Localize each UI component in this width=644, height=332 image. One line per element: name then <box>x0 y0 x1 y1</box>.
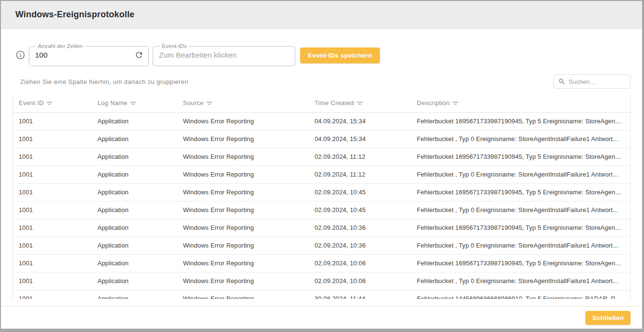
table-row[interactable]: 1001 Application Windows Error Reporting… <box>13 166 630 183</box>
cell-description: Fehlerbucket 1695671733987190945, Typ 5 … <box>411 112 630 130</box>
cell-source: Windows Error Reporting <box>177 219 309 237</box>
cell-log-name: Application <box>92 219 177 237</box>
cell-source: Windows Error Reporting <box>177 272 309 290</box>
cell-time-created: 04.09.2024, 15:34 <box>309 130 411 148</box>
cell-time-created: 02.09.2024, 11:12 <box>309 148 411 166</box>
cell-description: Fehlerbucket 1695671733987190945, Typ 5 … <box>411 183 630 201</box>
cell-event-id: 1001 <box>13 166 92 183</box>
table-row[interactable]: 1001 Application Windows Error Reporting… <box>13 290 630 299</box>
cell-log-name: Application <box>92 148 177 166</box>
table-row[interactable]: 1001 Application Windows Error Reporting… <box>13 254 630 272</box>
cell-description: Fehlerbucket , Typ 0 Ereignisname: Store… <box>411 237 630 254</box>
table-body: 1001 Application Windows Error Reporting… <box>13 112 630 299</box>
table-row[interactable]: 1001 Application Windows Error Reporting… <box>13 112 630 130</box>
table-row[interactable]: 1001 Application Windows Error Reporting… <box>13 219 630 237</box>
search-icon <box>558 78 566 85</box>
cell-time-created: 02.09.2024, 10:36 <box>309 219 411 237</box>
cell-event-id: 1001 <box>13 219 92 237</box>
table-header: Event ID Log Name Source Time Created De… <box>13 94 630 112</box>
filter-icon[interactable] <box>356 101 363 106</box>
cell-source: Windows Error Reporting <box>177 183 309 201</box>
table-row[interactable]: 1001 Application Windows Error Reporting… <box>13 272 630 290</box>
cell-log-name: Application <box>92 130 177 148</box>
grid-toolbar: Ziehen Sie eine Spalte hierhin, um danac… <box>12 74 631 89</box>
column-header-log-name[interactable]: Log Name <box>92 94 177 112</box>
table-row[interactable]: 1001 Application Windows Error Reporting… <box>13 130 630 148</box>
cell-source: Windows Error Reporting <box>177 166 309 183</box>
cell-source: Windows Error Reporting <box>177 290 309 299</box>
page-title: Windows-Ereignisprotokolle <box>15 10 134 20</box>
cell-event-id: 1001 <box>13 237 92 254</box>
cell-time-created: 02.09.2024, 10:36 <box>309 237 411 254</box>
cell-event-id: 1001 <box>13 183 92 201</box>
table-row[interactable]: 1001 Application Windows Error Reporting… <box>13 201 630 219</box>
row-count-input[interactable] <box>35 51 132 59</box>
event-log-table: Event ID Log Name Source Time Created De… <box>12 94 631 299</box>
search-input[interactable] <box>569 78 626 85</box>
cell-log-name: Application <box>92 201 177 219</box>
cell-time-created: 02.09.2024, 10:45 <box>309 183 411 201</box>
cell-source: Windows Error Reporting <box>177 254 309 272</box>
cell-event-id: 1001 <box>13 130 92 148</box>
cell-event-id: 1001 <box>13 201 92 219</box>
cell-time-created: 02.09.2024, 11:12 <box>309 166 411 183</box>
filter-icon[interactable] <box>46 101 53 106</box>
cell-time-created: 04.09.2024, 15:34 <box>309 112 411 130</box>
dialog-header: Windows-Ereignisprotokolle <box>1 1 642 29</box>
cell-time-created: 02.09.2024, 10:45 <box>309 201 411 219</box>
dialog-footer: Schließen <box>1 306 642 329</box>
column-header-description[interactable]: Description <box>411 94 630 112</box>
row-count-field: Anzahl der Zeilen <box>29 43 149 66</box>
cell-description: Fehlerbucket 1695671733987190945, Typ 5 … <box>411 254 630 272</box>
filter-icon[interactable] <box>130 101 136 106</box>
cell-source: Windows Error Reporting <box>177 148 309 166</box>
refresh-icon[interactable] <box>134 50 144 59</box>
table-row[interactable]: 1001 Application Windows Error Reporting… <box>13 148 630 166</box>
column-header-event-id[interactable]: Event ID <box>13 94 92 112</box>
cell-log-name: Application <box>92 254 177 272</box>
table-row[interactable]: 1001 Application Windows Error Reporting… <box>13 183 630 201</box>
cell-log-name: Application <box>92 166 177 183</box>
column-header-time-created[interactable]: Time Created <box>309 94 411 112</box>
cell-source: Windows Error Reporting <box>177 201 309 219</box>
cell-event-id: 1001 <box>13 254 92 272</box>
table-row[interactable]: 1001 Application Windows Error Reporting… <box>13 237 630 254</box>
cell-description: Fehlerbucket 1445689686668986910, Typ 5 … <box>411 290 630 299</box>
event-ids-field: Event-IDs <box>153 43 295 66</box>
cell-description: Fehlerbucket , Typ 0 Ereignisname: Store… <box>411 201 630 219</box>
cell-event-id: 1001 <box>13 112 92 130</box>
cell-time-created: 02.09.2024, 10:06 <box>309 254 411 272</box>
cell-source: Windows Error Reporting <box>177 112 309 130</box>
cell-event-id: 1001 <box>13 272 92 290</box>
cell-description: Fehlerbucket , Typ 0 Ereignisname: Store… <box>411 166 630 183</box>
row-count-label: Anzahl der Zeilen <box>36 43 85 49</box>
cell-description: Fehlerbucket , Typ 0 Ereignisname: Store… <box>411 130 630 148</box>
cell-log-name: Application <box>92 112 177 130</box>
cell-event-id: 1001 <box>13 290 92 299</box>
event-ids-input[interactable] <box>159 51 290 59</box>
cell-log-name: Application <box>92 272 177 290</box>
info-icon[interactable] <box>12 50 28 60</box>
controls-row: Anzahl der Zeilen Event-IDs Event-IDs sp… <box>12 43 631 66</box>
cell-event-id: 1001 <box>13 148 92 166</box>
cell-log-name: Application <box>92 237 177 254</box>
cell-source: Windows Error Reporting <box>177 130 309 148</box>
windows-event-logs-dialog: Windows-Ereignisprotokolle Anzahl der Ze… <box>0 0 644 332</box>
event-ids-label: Event-IDs <box>160 43 189 49</box>
search-box <box>554 74 631 89</box>
filter-icon[interactable] <box>206 101 213 106</box>
save-event-ids-button[interactable]: Event-IDs speichern <box>300 47 380 63</box>
close-button[interactable]: Schließen <box>585 311 631 325</box>
cell-description: Fehlerbucket 1695671733987190945, Typ 5 … <box>411 148 630 166</box>
cell-log-name: Application <box>92 290 177 299</box>
cell-source: Windows Error Reporting <box>177 237 309 254</box>
cell-log-name: Application <box>92 183 177 201</box>
cell-description: Fehlerbucket 1695671733987190945, Typ 5 … <box>411 219 630 237</box>
cell-time-created: 02.09.2024, 10:06 <box>309 272 411 290</box>
group-by-drop-zone[interactable]: Ziehen Sie eine Spalte hierhin, um danac… <box>12 78 188 85</box>
filter-icon[interactable] <box>452 101 459 106</box>
cell-time-created: 30.08.2024, 11:44 <box>309 290 411 299</box>
cell-description: Fehlerbucket , Typ 0 Ereignisname: Store… <box>411 272 630 290</box>
column-header-source[interactable]: Source <box>177 94 309 112</box>
